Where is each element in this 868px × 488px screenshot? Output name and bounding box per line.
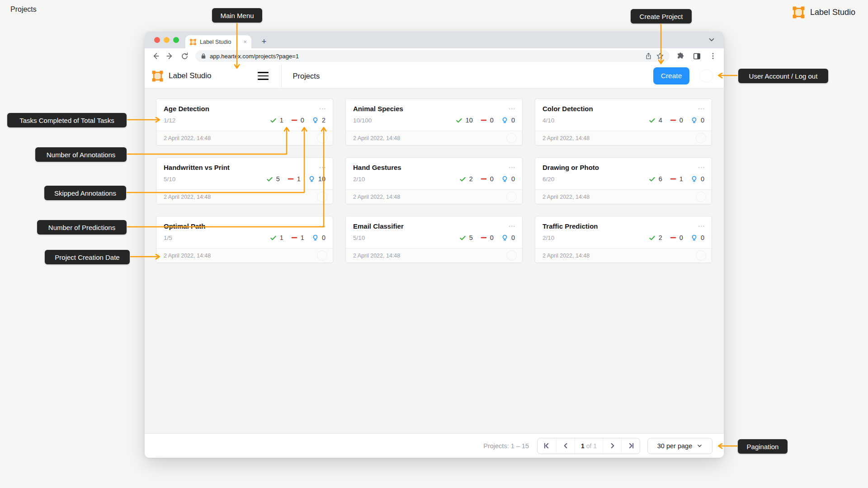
user-avatar[interactable] xyxy=(699,69,713,83)
skipped-count: 0 xyxy=(490,234,494,241)
page-indicator: 1 of 1 xyxy=(575,438,603,454)
predictions-count: 0 xyxy=(701,117,704,124)
maximize-window-button[interactable] xyxy=(173,37,179,43)
predictions-bulb-icon xyxy=(501,117,508,124)
browser-toolbar: app.heartex.com/projects?page=1 xyxy=(145,48,724,64)
per-page-dropdown[interactable]: 30 per page xyxy=(647,438,712,454)
last-page-button[interactable] xyxy=(621,438,640,454)
page-title: Projects xyxy=(293,72,320,80)
header-divider xyxy=(281,64,282,89)
card-menu-dots-icon[interactable]: ••• xyxy=(509,164,516,170)
project-stats: 2 0 0 xyxy=(459,175,515,183)
project-card[interactable]: Age Detection ••• 1/12 1 xyxy=(156,99,333,145)
tasks-ratio: 1/12 xyxy=(164,117,175,124)
project-card[interactable]: Animal Species ••• 10/100 10 xyxy=(345,99,523,145)
card-menu-dots-icon[interactable]: ••• xyxy=(698,105,705,111)
card-menu-dots-icon[interactable]: ••• xyxy=(320,222,326,229)
browser-menu-dots-icon[interactable] xyxy=(707,50,719,62)
project-card[interactable]: Drawing or Photo ••• 6/20 6 xyxy=(535,157,712,204)
tasks-ratio: 2/10 xyxy=(542,235,554,241)
card-menu-dots-icon[interactable]: ••• xyxy=(509,222,516,229)
projects-range-label: Projects: 1 – 15 xyxy=(483,442,529,450)
annotations-count: 5 xyxy=(469,234,473,241)
page-breadcrumb-projects: Projects xyxy=(10,5,37,14)
tab-close-icon[interactable]: × xyxy=(243,38,247,45)
tab-title: Label Studio xyxy=(200,39,240,45)
app-brand-text: Label Studio xyxy=(169,71,212,80)
project-card[interactable]: Color Detection ••• 4/10 4 xyxy=(535,99,712,145)
forward-icon[interactable] xyxy=(164,50,176,62)
skipped-minus-icon xyxy=(670,176,676,182)
annotations-count: 5 xyxy=(276,175,280,183)
predictions-count: 0 xyxy=(701,234,704,241)
label-studio-logo-icon xyxy=(793,6,805,19)
new-tab-button[interactable]: + xyxy=(258,35,270,48)
project-card[interactable]: Optimal Path ••• 1/5 1 xyxy=(156,216,333,263)
extensions-puzzle-icon[interactable] xyxy=(674,50,687,62)
main-menu-hamburger-icon[interactable] xyxy=(258,72,269,80)
skipped-count: 0 xyxy=(679,117,683,124)
annotations-count: 1 xyxy=(280,117,283,124)
browser-tab[interactable]: Label Studio × xyxy=(185,35,251,48)
app-header: Label Studio Projects Create xyxy=(145,64,724,89)
tab-favicon-icon xyxy=(190,39,196,45)
callout-annotations: Number of Annotations xyxy=(35,147,127,162)
tasks-ratio: 1/5 xyxy=(164,235,172,241)
skipped-minus-icon xyxy=(288,176,294,182)
project-title: Optimal Path xyxy=(164,222,206,230)
project-card[interactable]: Email Classifier ••• 5/10 5 xyxy=(345,216,523,263)
pagination-control: 1 of 1 xyxy=(537,438,640,454)
browser-tabstrip: Label Studio × + xyxy=(145,32,724,48)
predictions-count: 0 xyxy=(322,234,326,241)
tasks-ratio: 6/20 xyxy=(542,176,554,183)
annotations-count: 4 xyxy=(659,117,662,124)
back-icon[interactable] xyxy=(149,50,162,62)
close-window-button[interactable] xyxy=(154,37,160,43)
window-controls[interactable] xyxy=(154,37,179,43)
predictions-count: 0 xyxy=(511,117,515,124)
next-page-button[interactable] xyxy=(603,438,621,454)
predictions-bulb-icon xyxy=(691,176,698,183)
project-stats: 4 0 0 xyxy=(649,117,704,124)
predictions-bulb-icon xyxy=(501,235,508,241)
project-card[interactable]: Hand Gestures ••• 2/10 2 xyxy=(345,157,523,204)
annotations-check-icon xyxy=(459,176,466,183)
side-panel-icon[interactable] xyxy=(690,50,703,62)
minimize-window-button[interactable] xyxy=(164,37,170,43)
callout-user-account: User Account / Log out xyxy=(738,69,828,83)
card-menu-dots-icon[interactable]: ••• xyxy=(320,105,326,111)
annotations-check-icon xyxy=(649,117,656,124)
bookmark-star-icon[interactable] xyxy=(656,52,664,60)
reload-icon[interactable] xyxy=(178,50,191,62)
first-page-button[interactable] xyxy=(538,438,556,454)
project-owner-avatar xyxy=(317,192,327,202)
project-stats: 5 0 0 xyxy=(459,234,515,241)
share-icon[interactable] xyxy=(645,52,652,60)
current-page: 1 xyxy=(581,442,585,450)
card-menu-dots-icon[interactable]: ••• xyxy=(698,164,705,170)
annotations-check-icon xyxy=(456,117,462,124)
tab-search-chevron-icon[interactable] xyxy=(708,36,716,44)
skipped-count: 0 xyxy=(490,175,494,183)
per-page-value: 30 per page xyxy=(657,442,692,450)
card-menu-dots-icon[interactable]: ••• xyxy=(509,105,516,111)
annotations-count: 6 xyxy=(659,175,662,183)
create-project-button[interactable]: Create xyxy=(653,67,689,84)
projects-grid: Age Detection ••• 1/12 1 xyxy=(156,99,712,263)
predictions-count: 2 xyxy=(322,117,326,124)
annotations-check-icon xyxy=(270,117,277,124)
project-card[interactable]: Traffic Prediction ••• 2/10 2 xyxy=(535,216,712,263)
url-bar[interactable]: app.heartex.com/projects?page=1 xyxy=(195,50,670,62)
callout-pagination: Pagination xyxy=(738,439,788,454)
project-title: Color Detection xyxy=(542,105,593,113)
predictions-bulb-icon xyxy=(501,176,508,183)
previous-page-button[interactable] xyxy=(556,438,575,454)
project-creation-date: 2 April 2022, 14:48 xyxy=(542,194,590,200)
card-menu-dots-icon[interactable]: ••• xyxy=(320,164,326,170)
tasks-ratio: 4/10 xyxy=(542,117,554,124)
project-title: Traffic Prediction xyxy=(542,222,598,230)
callout-tasks-completed: Tasks Completed of Total Tasks xyxy=(7,113,127,127)
card-menu-dots-icon[interactable]: ••• xyxy=(698,222,705,229)
project-creation-date: 2 April 2022, 14:48 xyxy=(164,135,211,141)
project-card[interactable]: Handwritten vs Print ••• 5/10 5 xyxy=(156,157,333,204)
